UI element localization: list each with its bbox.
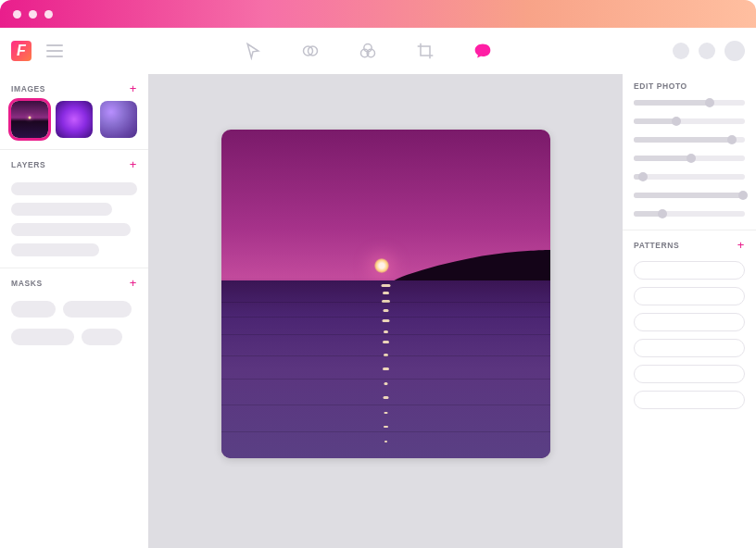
edit-slider-6[interactable] — [634, 193, 745, 198]
canvas-image[interactable] — [221, 130, 550, 458]
image-thumb-1[interactable] — [11, 101, 48, 138]
slider-knob[interactable] — [687, 154, 696, 163]
layer-item[interactable] — [11, 182, 137, 195]
pointer-tool[interactable] — [244, 42, 262, 60]
menu-button[interactable] — [46, 44, 63, 57]
layers-section-header: LAYERS + — [0, 150, 148, 177]
pattern-item[interactable] — [634, 339, 745, 357]
images-section-header: IMAGES + — [0, 74, 148, 101]
edit-slider-5[interactable] — [634, 174, 745, 180]
pattern-item[interactable] — [634, 365, 745, 383]
edit-sliders — [623, 96, 756, 230]
image-water — [221, 280, 550, 458]
mask-item[interactable] — [63, 301, 132, 318]
mask-item[interactable] — [11, 329, 74, 345]
presence-avatar-1[interactable] — [673, 43, 689, 59]
image-sun — [374, 258, 389, 273]
masks-label: MASKS — [11, 279, 43, 288]
combine-tool[interactable] — [301, 42, 320, 60]
layers-list — [0, 177, 148, 268]
slider-knob[interactable] — [738, 191, 748, 200]
toolbar-right-group — [673, 41, 745, 61]
left-panel: IMAGES + LAYERS + — [0, 74, 148, 548]
app-logo[interactable]: F — [11, 41, 32, 61]
masks-section-header: MASKS + — [0, 268, 148, 295]
patterns-label: PATTERNS — [634, 241, 679, 250]
slider-knob[interactable] — [705, 98, 714, 107]
patterns-list — [623, 257, 756, 413]
filters-tool[interactable] — [359, 42, 377, 60]
top-toolbar: F — [0, 28, 756, 74]
traffic-minimize[interactable] — [29, 10, 37, 19]
slider-knob[interactable] — [638, 172, 648, 181]
edit-slider-3[interactable] — [634, 137, 745, 143]
traffic-close[interactable] — [13, 10, 21, 19]
add-pattern-button[interactable]: + — [737, 238, 745, 252]
comment-tool[interactable] — [473, 42, 492, 60]
image-thumb-2[interactable] — [56, 101, 93, 138]
window-titlebar — [0, 0, 756, 28]
slider-knob[interactable] — [672, 117, 681, 126]
edit-slider-4[interactable] — [634, 156, 745, 161]
edit-slider-7[interactable] — [634, 211, 745, 217]
crop-tool[interactable] — [416, 42, 435, 60]
masks-row-2 — [0, 323, 148, 351]
masks-row-1 — [0, 295, 148, 323]
image-thumbnails — [0, 101, 148, 149]
edit-label: EDIT PHOTO — [634, 81, 687, 91]
edit-slider-2[interactable] — [634, 118, 745, 124]
edit-section-header: EDIT PHOTO — [623, 74, 756, 96]
add-layer-button[interactable]: + — [130, 157, 137, 171]
layer-item[interactable] — [11, 223, 131, 236]
edit-slider-1[interactable] — [634, 100, 745, 106]
patterns-section-header: PATTERNS + — [623, 230, 756, 257]
slider-knob[interactable] — [727, 135, 737, 144]
layers-label: LAYERS — [11, 160, 45, 169]
app-window: F — [0, 0, 756, 548]
layer-item[interactable] — [11, 243, 99, 256]
toolbar-left-group: F — [11, 41, 63, 61]
presence-avatar-2[interactable] — [699, 43, 715, 59]
right-panel: EDIT PHOTO PATTERNS + — [623, 74, 756, 548]
canvas-area[interactable] — [148, 74, 623, 548]
app-body: IMAGES + LAYERS + — [0, 74, 756, 548]
pattern-item[interactable] — [634, 261, 745, 280]
images-label: IMAGES — [11, 84, 45, 93]
mask-item[interactable] — [11, 301, 56, 318]
slider-knob[interactable] — [658, 209, 667, 218]
pattern-item[interactable] — [634, 391, 745, 409]
pattern-item[interactable] — [634, 313, 745, 331]
layer-item[interactable] — [11, 203, 112, 216]
add-mask-button[interactable]: + — [130, 276, 137, 290]
pattern-item[interactable] — [634, 287, 745, 305]
toolbar-tools — [244, 42, 492, 60]
mask-item[interactable] — [82, 329, 122, 345]
add-image-button[interactable]: + — [130, 81, 137, 95]
user-avatar[interactable] — [724, 41, 745, 61]
traffic-zoom[interactable] — [44, 10, 53, 19]
image-thumb-3[interactable] — [100, 101, 137, 138]
